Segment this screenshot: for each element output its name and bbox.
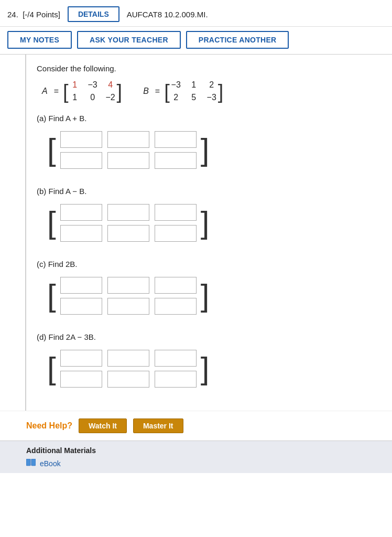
d-r1c2-input[interactable] [155,371,197,388]
b-r0c1-input[interactable] [107,204,149,221]
cell-A-r0c1: −3 [88,80,98,90]
c-r1c0-input[interactable] [60,298,102,315]
svg-rect-1 [31,459,36,466]
matrix-A-label: A [42,87,48,96]
right-content: Consider the following. A = [ 1 −3 4 1 0… [26,55,392,411]
part-d-label: (d) Find 2A − 3B. [37,332,376,341]
part-b-answer-matrix: [ ] [47,201,376,245]
part-d-grid [58,347,199,391]
main-wrapper: Consider the following. A = [ 1 −3 4 1 0… [0,55,392,411]
problem-code: AUFCAT8 10.2.009.MI. [127,10,208,19]
a-r1c2-input[interactable] [155,152,197,169]
cell-B-r0c0: −3 [171,80,181,90]
b-r1c1-input[interactable] [107,225,149,242]
matrix-B-grid: −3 1 2 2 5 −3 [171,80,217,102]
part-a-section: (a) Find A + B. [ ] [37,114,376,172]
b-r0c2-input[interactable] [155,204,197,221]
part-c-answer-matrix: [ ] [47,274,376,318]
problem-number: 24. [-/4 Points] [7,10,60,19]
answer-bracket-right-c: ] [201,280,210,312]
d-r0c0-input[interactable] [60,350,102,367]
matrix-B-bracket: [ −3 1 2 2 5 −3 ] [164,80,223,102]
intro-text: Consider the following. [37,64,376,73]
a-r0c2-input[interactable] [155,131,197,148]
a-r1c0-input[interactable] [60,152,102,169]
part-c-label: (c) Find 2B. [37,260,376,268]
answer-bracket-left-b: [ [47,207,56,239]
a-r0c0-input[interactable] [60,131,102,148]
cell-A-r1c2: −2 [105,93,116,102]
c-r0c1-input[interactable] [107,277,149,294]
details-button[interactable]: DETAILS [68,6,119,22]
b-r1c2-input[interactable] [155,225,197,242]
cell-B-r1c0: 2 [171,93,181,102]
d-r0c1-input[interactable] [107,350,149,367]
book-icon [26,459,36,468]
cell-B-r0c1: 1 [189,80,199,90]
equals-sign-B: = [155,87,160,96]
bracket-right-A: ] [117,82,123,102]
c-r1c1-input[interactable] [107,298,149,315]
answer-bracket-left-a: [ [47,134,56,166]
a-r0c1-input[interactable] [107,131,149,148]
answer-bracket-right-a: ] [201,134,210,166]
cell-B-r0c2: 2 [206,80,217,90]
ask-teacher-button[interactable]: ASK YOUR TEACHER [77,31,181,49]
c-r0c0-input[interactable] [60,277,102,294]
cell-A-r0c0: 1 [70,80,80,90]
cell-B-r1c2: −3 [206,93,217,102]
part-a-answer-matrix: [ ] [47,128,376,172]
bracket-left-B: [ [164,82,170,102]
matrices-display: A = [ 1 −3 4 1 0 −2 ] B [42,80,376,102]
ebook-link[interactable]: eBook [26,459,366,468]
need-help-label: Need Help? [26,421,72,431]
answer-bracket-left-c: [ [47,280,56,312]
a-r1c1-input[interactable] [107,152,149,169]
c-r0c2-input[interactable] [155,277,197,294]
d-r0c2-input[interactable] [155,350,197,367]
part-a-grid [58,128,199,172]
d-r1c0-input[interactable] [60,371,102,388]
d-r1c1-input[interactable] [107,371,149,388]
cell-A-r1c0: 1 [70,93,80,102]
part-b-label: (b) Find A − B. [37,187,376,196]
part-b-grid [58,201,199,245]
bracket-right-B: ] [218,82,224,102]
top-bar: 24. [-/4 Points] DETAILS AUFCAT8 10.2.00… [0,0,392,27]
matrix-B-label: B [143,87,149,96]
matrix-A-bracket: [ 1 −3 4 1 0 −2 ] [63,80,122,102]
practice-another-button[interactable]: PRACTICE ANOTHER [186,31,289,49]
matrix-A-grid: 1 −3 4 1 0 −2 [70,80,116,102]
cell-A-r0c2: 4 [105,80,116,90]
part-d-section: (d) Find 2A − 3B. [ ] [37,332,376,391]
ebook-label: eBook [40,459,61,468]
part-b-section: (b) Find A − B. [ ] [37,187,376,245]
c-r1c2-input[interactable] [155,298,197,315]
answer-bracket-right-d: ] [201,353,210,384]
equals-sign: = [54,87,59,96]
matrix-B-expr: B = [ −3 1 2 2 5 −3 ] [143,80,223,102]
additional-materials-title: Additional Materials [26,446,366,455]
part-d-answer-matrix: [ ] [47,347,376,391]
cell-A-r1c1: 0 [88,93,98,102]
answer-bracket-left-d: [ [47,353,56,384]
action-bar: MY NOTES ASK YOUR TEACHER PRACTICE ANOTH… [0,27,392,55]
bracket-left-A: [ [63,82,69,102]
answer-bracket-right-b: ] [201,207,210,239]
watch-it-button[interactable]: Watch It [79,418,127,433]
need-help-bar: Need Help? Watch It Master It [0,411,392,441]
b-r0c0-input[interactable] [60,204,102,221]
my-notes-button[interactable]: MY NOTES [7,31,72,49]
master-it-button[interactable]: Master It [133,418,183,433]
matrix-A-expr: A = [ 1 −3 4 1 0 −2 ] [42,80,122,102]
svg-rect-0 [26,459,30,466]
cell-B-r1c1: 5 [189,93,199,102]
part-c-section: (c) Find 2B. [ ] [37,260,376,318]
additional-materials: Additional Materials eBook [0,441,392,473]
part-c-grid [58,274,199,318]
b-r1c0-input[interactable] [60,225,102,242]
part-a-label: (a) Find A + B. [37,114,376,123]
